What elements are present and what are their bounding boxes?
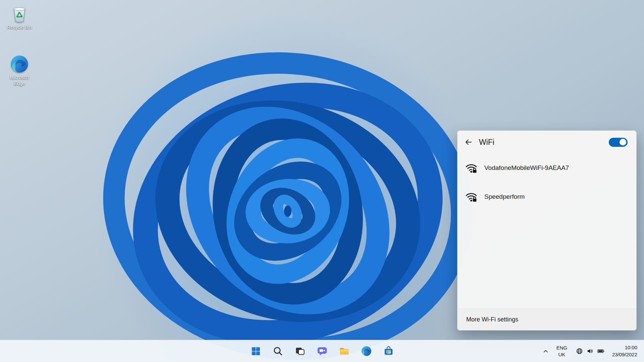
taskbar-center-icons [248, 340, 396, 362]
language-indicator[interactable]: ENG UK [553, 343, 570, 359]
edge-taskbar-button[interactable] [358, 343, 374, 359]
wifi-network-row[interactable]: VodafoneMobileWiFi-9AEAA7 [458, 154, 636, 182]
recycle-bin-icon [10, 4, 29, 23]
start-icon [250, 346, 261, 357]
recycle-bin-label: Recycle Bin [7, 24, 32, 31]
file-explorer-icon [339, 346, 350, 357]
edge-icon [10, 54, 29, 74]
wifi-toggle[interactable] [609, 138, 628, 147]
volume-icon [586, 347, 594, 355]
language-line1: ENG [553, 345, 570, 351]
back-button[interactable] [462, 135, 476, 149]
chevron-up-icon [542, 348, 549, 355]
wifi-secured-icon [465, 190, 478, 203]
system-tray: ENG UK [540, 340, 644, 362]
clock-time: 10:00 [612, 344, 637, 351]
back-arrow-icon [465, 138, 473, 146]
taskbar: ENG UK [0, 340, 644, 362]
wifi-panel-title: WiFi [479, 138, 494, 147]
start-button[interactable] [248, 343, 264, 359]
chat-button[interactable] [314, 343, 330, 359]
wifi-flyout-header: WiFi [458, 131, 636, 154]
wifi-network-row[interactable]: Speedperform [458, 182, 636, 211]
store-icon [383, 346, 394, 357]
quick-settings-button[interactable] [572, 345, 608, 357]
wifi-network-list: VodafoneMobileWiFi-9AEAA7 Speedperform [458, 154, 636, 309]
more-wifi-settings-link[interactable]: More Wi-Fi settings [466, 316, 518, 323]
wifi-flyout-footer: More Wi-Fi settings [458, 309, 636, 330]
chat-icon [317, 346, 328, 357]
edge-icon [361, 346, 372, 357]
clock[interactable]: 10:00 23/09/2022 [610, 343, 639, 359]
wifi-flyout-panel: WiFi VodafoneMobileWiFi-9AEAA7 [457, 130, 637, 330]
language-line2: UK [553, 351, 570, 358]
battery-icon [597, 347, 605, 355]
clock-date: 23/09/2022 [612, 351, 637, 358]
wifi-network-name: Speedperform [484, 193, 525, 200]
search-icon [272, 346, 283, 357]
microsoft-edge-label: Microsoft Edge [5, 75, 34, 86]
tray-overflow-button[interactable] [540, 344, 551, 359]
wifi-secured-icon [465, 162, 478, 174]
network-globe-icon [576, 347, 583, 355]
store-button[interactable] [380, 343, 396, 359]
desktop-icon-recycle-bin[interactable]: Recycle Bin [2, 4, 37, 31]
task-view-icon [294, 346, 306, 357]
wifi-network-name: VodafoneMobileWiFi-9AEAA7 [484, 164, 569, 172]
search-button[interactable] [270, 343, 286, 359]
task-view-button[interactable] [292, 343, 308, 359]
desktop: Recycle Bin Microsoft Edge [0, 0, 644, 362]
file-explorer-button[interactable] [336, 343, 352, 359]
desktop-icon-microsoft-edge[interactable]: Microsoft Edge [2, 54, 37, 86]
wifi-toggle-knob [620, 139, 626, 145]
